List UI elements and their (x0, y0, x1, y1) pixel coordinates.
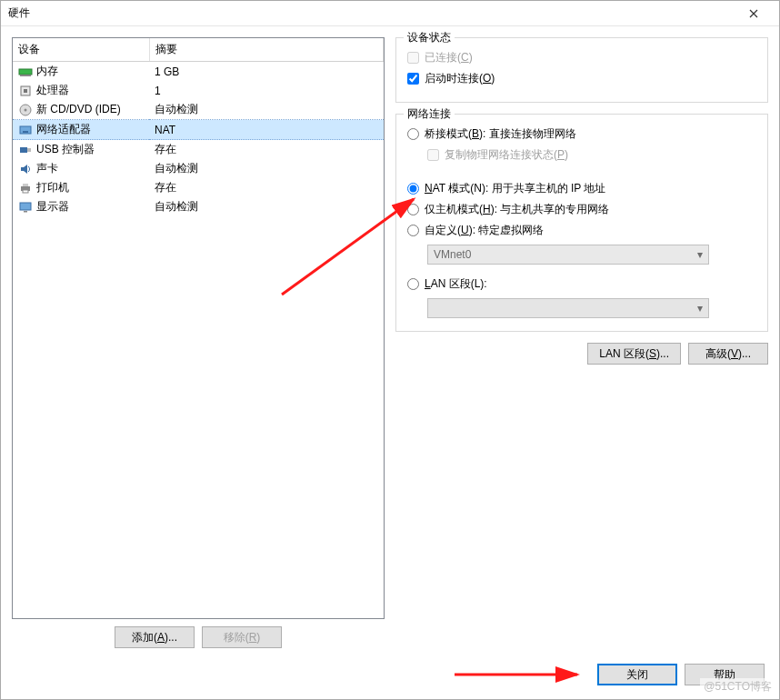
dialog-title: 硬件 (8, 5, 735, 21)
close-button[interactable]: 关闭 (597, 664, 677, 685)
chevron-down-icon: ▾ (697, 302, 703, 315)
display-icon (18, 200, 33, 215)
remove-hardware-button: 移除(R) (202, 626, 282, 648)
device-name: 网络适配器 (36, 122, 91, 137)
device-name: 声卡 (36, 161, 58, 176)
table-row[interactable]: 打印机存在 (13, 178, 384, 197)
bridged-copy-row: 复制物理网络连接状态(P) (407, 145, 756, 165)
svg-rect-1 (20, 75, 31, 76)
custom-vmnet-value: VMnet0 (434, 248, 471, 261)
device-summary: 自动检测 (149, 100, 384, 120)
custom-radio-row[interactable]: 自定义(U): 特定虚拟网络 (407, 220, 756, 241)
network-connection-legend: 网络连接 (404, 106, 455, 122)
memory-icon (18, 65, 33, 79)
column-summary[interactable]: 摘要 (149, 38, 384, 62)
svg-rect-8 (20, 147, 27, 153)
connect-on-poweron-checkbox[interactable] (407, 73, 419, 85)
sound-icon (18, 162, 33, 176)
annotation-arrow-close (450, 664, 586, 685)
custom-radio[interactable] (407, 225, 419, 236)
svg-rect-14 (24, 211, 27, 213)
watermark: @51CTO博客 (700, 678, 775, 695)
device-summary: 存在 (149, 178, 384, 197)
table-row[interactable]: 内存1 GB (13, 62, 384, 82)
cd-icon (18, 103, 33, 117)
hostonly-radio[interactable] (407, 204, 419, 215)
connected-checkbox-row: 已连接(C) (407, 47, 756, 68)
svg-rect-13 (20, 203, 31, 210)
table-row[interactable]: USB 控制器存在 (13, 140, 384, 160)
usb-icon (18, 143, 33, 157)
hardware-detail-panel: 设备状态 已连接(C) 启动时连接(O) 网络连接 桥接模式(B): 直接连接物… (395, 37, 768, 648)
device-summary: 1 GB (149, 62, 384, 82)
device-name: USB 控制器 (36, 142, 95, 157)
lan-segment-label: LAN 区段(L): (425, 276, 487, 292)
dialog-footer: 关闭 帮助 (1, 659, 779, 699)
device-name: 打印机 (36, 180, 69, 195)
table-header-row: 设备 摘要 (13, 38, 384, 62)
connect-on-poweron-label: 启动时连接(O) (425, 71, 495, 86)
svg-rect-9 (27, 148, 31, 152)
bridged-label: 桥接模式(B): 直接连接物理网络 (425, 126, 576, 142)
svg-rect-3 (24, 89, 27, 93)
bridged-copy-label: 复制物理网络连接状态(P) (445, 147, 568, 163)
connected-label: 已连接(C) (425, 50, 473, 65)
hostonly-radio-row[interactable]: 仅主机模式(H): 与主机共享的专用网络 (407, 199, 756, 220)
device-name: 显示器 (36, 199, 69, 215)
svg-rect-0 (19, 69, 32, 75)
device-state-legend: 设备状态 (404, 30, 455, 45)
column-device[interactable]: 设备 (13, 38, 149, 62)
connected-checkbox (407, 52, 419, 64)
nat-radio[interactable] (407, 183, 419, 195)
bridged-copy-checkbox (427, 149, 439, 161)
window-close-button[interactable] (735, 5, 772, 23)
nat-radio-row[interactable]: NAT 模式(N): 用于共享主机的 IP 地址 (407, 178, 756, 199)
table-row[interactable]: 声卡自动检测 (13, 159, 384, 178)
hardware-table-wrap: 设备 摘要 内存1 GB处理器1新 CD/DVD (IDE)自动检测网络适配器N… (12, 37, 385, 619)
hardware-dialog: 硬件 设备 摘要 内存1 GB处理器1新 CD/DVD (IDE)自动检测网络适… (0, 0, 780, 700)
svg-point-5 (25, 108, 27, 111)
table-row[interactable]: 新 CD/DVD (IDE)自动检测 (13, 100, 384, 120)
titlebar: 硬件 (1, 1, 779, 26)
device-summary: 1 (149, 81, 384, 100)
connect-on-poweron-row[interactable]: 启动时连接(O) (407, 68, 756, 89)
lan-segment-select: ▾ (427, 298, 709, 318)
table-row[interactable]: 处理器1 (13, 81, 384, 100)
printer-icon (18, 181, 33, 195)
hostonly-label: 仅主机模式(H): 与主机共享的专用网络 (425, 202, 609, 217)
hardware-list-panel: 设备 摘要 内存1 GB处理器1新 CD/DVD (IDE)自动检测网络适配器N… (12, 37, 385, 648)
add-hardware-button[interactable]: 添加(A)... (115, 626, 195, 648)
advanced-button[interactable]: 高级(V)... (688, 343, 768, 365)
device-state-group: 设备状态 已连接(C) 启动时连接(O) (395, 37, 768, 103)
lan-segment-radio-row[interactable]: LAN 区段(L): (407, 274, 756, 295)
svg-rect-11 (23, 184, 28, 186)
bridged-radio-row[interactable]: 桥接模式(B): 直接连接物理网络 (407, 124, 756, 145)
network-connection-group: 网络连接 桥接模式(B): 直接连接物理网络 复制物理网络连接状态(P) NAT… (395, 114, 768, 332)
dialog-content: 设备 摘要 内存1 GB处理器1新 CD/DVD (IDE)自动检测网络适配器N… (1, 26, 779, 659)
device-name: 处理器 (36, 83, 69, 98)
nic-icon (18, 123, 33, 137)
device-summary: 自动检测 (149, 197, 384, 216)
device-summary: 自动检测 (149, 159, 384, 178)
bridged-radio[interactable] (407, 128, 419, 140)
close-icon (749, 9, 758, 18)
cpu-icon (18, 84, 33, 98)
device-name: 内存 (36, 64, 58, 79)
device-summary: NAT (149, 120, 384, 140)
hardware-list-buttons: 添加(A)... 移除(R) (12, 619, 385, 648)
chevron-down-icon: ▾ (697, 248, 703, 261)
custom-label: 自定义(U): 特定虚拟网络 (425, 223, 544, 238)
svg-rect-12 (23, 190, 28, 193)
network-extra-buttons: LAN 区段(S)... 高级(V)... (395, 343, 768, 365)
lan-segments-button[interactable]: LAN 区段(S)... (587, 343, 681, 365)
hardware-table[interactable]: 设备 摘要 内存1 GB处理器1新 CD/DVD (IDE)自动检测网络适配器N… (13, 38, 384, 216)
device-name: 新 CD/DVD (IDE) (36, 102, 121, 117)
table-row[interactable]: 网络适配器NAT (13, 120, 384, 140)
device-summary: 存在 (149, 140, 384, 160)
svg-rect-7 (23, 131, 28, 133)
table-row[interactable]: 显示器自动检测 (13, 197, 384, 216)
custom-vmnet-select: VMnet0 ▾ (427, 245, 709, 265)
lan-segment-radio[interactable] (407, 278, 419, 290)
nat-label: NAT 模式(N): 用于共享主机的 IP 地址 (425, 181, 605, 196)
